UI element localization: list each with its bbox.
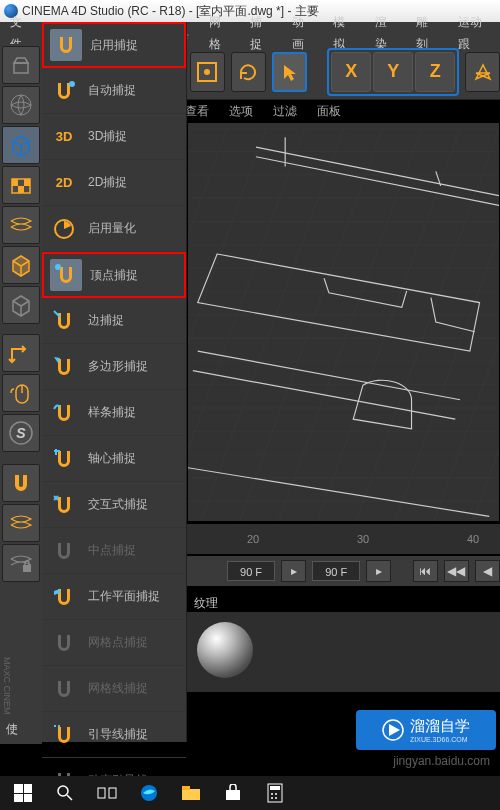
tool-s[interactable]: S [2, 414, 40, 452]
watermark-url: jingyan.baidu.com [393, 754, 490, 768]
svg-rect-6 [24, 179, 30, 186]
snap-enable[interactable]: 启用捕捉 [42, 22, 186, 68]
svg-point-33 [275, 793, 277, 795]
svg-rect-2 [14, 63, 28, 73]
menu-snap[interactable]: 捕捉 [240, 11, 281, 55]
tool-cube-selected[interactable] [2, 126, 40, 164]
tool-checker[interactable] [2, 166, 40, 204]
magnet-icon [50, 29, 82, 61]
snap-3d-label: 3D捕捉 [88, 128, 127, 145]
svg-point-34 [271, 797, 273, 799]
store-icon[interactable] [218, 780, 248, 806]
snap-auto[interactable]: 自动捕捉 [42, 68, 186, 114]
sub-filter[interactable]: 过滤 [273, 103, 297, 120]
tool-magnet[interactable] [2, 464, 40, 502]
snap-poly-label: 多边形捕捉 [88, 358, 148, 375]
frame-spinner-2[interactable]: ▸ [366, 560, 391, 582]
tick-30: 30 [357, 533, 369, 545]
snap-quant[interactable]: 启用量化 [42, 206, 186, 252]
tool-edit[interactable] [2, 46, 40, 84]
snap-spline-label: 样条捕捉 [88, 404, 136, 421]
sub-view[interactable]: 查看 [185, 103, 209, 120]
axis-z-button[interactable]: Z [415, 52, 455, 92]
snap-guide[interactable]: 引导线捕捉 [42, 712, 186, 758]
snap-vertex[interactable]: 顶点捕捉 [42, 252, 186, 298]
tool-mouse[interactable] [2, 374, 40, 412]
magnet-mid-icon [48, 535, 80, 567]
snap-mid[interactable]: 中点捕捉 [42, 528, 186, 574]
snap-axis[interactable]: 轴心捕捉 [42, 436, 186, 482]
sub-panel[interactable]: 面板 [317, 103, 341, 120]
tool-cube-alt[interactable] [2, 286, 40, 324]
tool-wireframe-lock[interactable] [2, 544, 40, 582]
svg-rect-7 [18, 186, 24, 193]
axis-y-button[interactable]: Y [373, 52, 413, 92]
snap-2d[interactable]: 2D 2D捕捉 [42, 160, 186, 206]
svg-rect-28 [182, 786, 190, 790]
prev-frame-button[interactable]: ◀◀ [444, 560, 469, 582]
play-back-button[interactable]: ◀ [475, 560, 500, 582]
menu-mesh[interactable]: 网格 [199, 11, 240, 55]
tool-wireframe-alt[interactable] [2, 504, 40, 542]
svg-point-15 [55, 264, 61, 270]
snap-poly[interactable]: 多边形捕捉 [42, 344, 186, 390]
frame-spinner[interactable]: ▸ [281, 560, 306, 582]
explorer-icon[interactable] [176, 780, 206, 806]
magnet-workplane-icon [48, 581, 80, 613]
start-button[interactable] [8, 780, 38, 806]
magnet-interactive-icon [48, 489, 80, 521]
snap-edge[interactable]: 边捕捉 [42, 298, 186, 344]
coord-button[interactable] [465, 52, 500, 92]
magnet-spline-icon [48, 397, 80, 429]
edge-icon[interactable] [134, 780, 164, 806]
timeline-ruler[interactable]: 20 30 40 [187, 524, 500, 554]
calc-icon[interactable] [260, 780, 290, 806]
frame-current-field[interactable]: 90 F [312, 561, 360, 581]
snap-gridpoint[interactable]: 网格点捕捉 [42, 620, 186, 666]
tool-cube-fill[interactable] [2, 246, 40, 284]
goto-start-button[interactable]: ⏮ [413, 560, 438, 582]
bottom-use-label: 使 [2, 717, 40, 742]
snap-3d[interactable]: 3D 3D捕捉 [42, 114, 186, 160]
sub-opts[interactable]: 选项 [229, 103, 253, 120]
search-icon[interactable] [50, 780, 80, 806]
snap-workplane[interactable]: 工作平面捕捉 [42, 574, 186, 620]
magnet-gridline-icon [48, 673, 80, 705]
material-panel[interactable] [187, 612, 500, 692]
snap-workplane-label: 工作平面捕捉 [88, 588, 160, 605]
material-preview-sphere[interactable] [197, 622, 253, 678]
task-view-icon[interactable] [92, 780, 122, 806]
snap-gridline[interactable]: 网格线捕捉 [42, 666, 186, 712]
menu-anim[interactable]: 动画 [282, 11, 323, 55]
frame-end-field[interactable]: 90 F [227, 561, 275, 581]
snap-auto-label: 自动捕捉 [88, 82, 136, 99]
maxon-label: MAXC CINEM [2, 657, 40, 715]
tool-terrain[interactable] [2, 86, 40, 124]
snap-axis-label: 轴心捕捉 [88, 450, 136, 467]
texture-tab[interactable]: 纹理 [194, 595, 218, 612]
snap-interactive[interactable]: 交互式捕捉 [42, 482, 186, 528]
svg-line-23 [67, 795, 72, 800]
svg-marker-20 [389, 724, 400, 736]
select-button[interactable] [272, 52, 307, 92]
snap-spline[interactable]: 样条捕捉 [42, 390, 186, 436]
refresh-button[interactable] [231, 52, 266, 92]
label-3d-icon: 3D [48, 121, 80, 153]
magnet-poly-icon [48, 351, 80, 383]
svg-point-35 [275, 797, 277, 799]
tool-move[interactable] [2, 334, 40, 372]
snap-enable-label: 启用捕捉 [90, 37, 138, 54]
render-button[interactable] [190, 52, 225, 92]
3d-viewport[interactable] [187, 122, 500, 522]
tool-wireframe[interactable] [2, 206, 40, 244]
magnet-auto-icon [48, 75, 80, 107]
label-2d-icon: 2D [48, 167, 80, 199]
windows-taskbar [0, 776, 500, 810]
magnet-axis-icon [48, 443, 80, 475]
axis-x-button[interactable]: X [331, 52, 371, 92]
svg-rect-25 [109, 788, 116, 798]
svg-point-13 [69, 81, 75, 87]
snap-gridline-label: 网格线捕捉 [88, 680, 148, 697]
snap-gridpoint-label: 网格点捕捉 [88, 634, 148, 651]
svg-point-22 [58, 786, 68, 796]
